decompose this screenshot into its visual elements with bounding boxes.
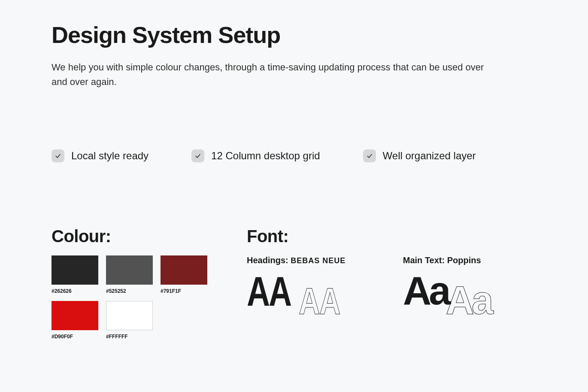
check-icon	[52, 149, 64, 162]
colour-swatch: #D90F0F	[52, 301, 98, 340]
colour-swatch: #FFFFFF	[106, 301, 153, 340]
swatch-box	[106, 301, 153, 330]
swatch-box	[52, 255, 98, 285]
colour-swatch: #262626	[52, 255, 98, 294]
font-headings-glyphs: AA AA	[247, 273, 352, 310]
swatch-box	[161, 255, 207, 285]
swatch-hex: #525252	[106, 288, 153, 294]
feature-item: Well organized layer	[363, 149, 476, 162]
colour-swatch: #525252	[106, 255, 153, 294]
feature-label: 12 Column desktop grid	[211, 150, 320, 162]
swatch-grid: #262626 #525252 #791F1F #D90F0F #FFFFFF	[52, 255, 208, 340]
check-icon	[363, 149, 376, 162]
colour-swatch: #791F1F	[161, 255, 207, 294]
font-heading: Font:	[247, 227, 536, 246]
feature-label: Local style ready	[71, 150, 149, 162]
font-main-line: Main Text: Poppins	[403, 255, 491, 265]
feature-item: 12 Column desktop grid	[191, 149, 320, 162]
font-headings-face: BEBAS NEUE	[291, 256, 346, 265]
glyph-solid: AA	[247, 273, 291, 310]
swatch-box	[52, 301, 98, 330]
glyph-outline: AA	[299, 284, 340, 318]
colour-section: Colour: #262626 #525252 #791F1F #D90F0F …	[52, 227, 208, 340]
page-subtitle: We help you with simple colour changes, …	[52, 60, 489, 89]
swatch-hex: #791F1F	[161, 288, 207, 294]
feature-item: Local style ready	[52, 149, 149, 162]
swatch-hex: #262626	[52, 288, 98, 294]
font-main-label: Main Text:	[403, 255, 445, 265]
feature-label: Well organized layer	[383, 150, 476, 162]
font-main-face: Poppins	[447, 255, 481, 265]
check-icon	[191, 149, 204, 162]
colour-heading: Colour:	[52, 227, 208, 246]
font-headings-sample: Headings: BEBAS NEUE AA AA	[247, 255, 352, 310]
page-title: Design System Setup	[52, 21, 536, 48]
glyph-outline: Aa	[446, 283, 491, 318]
font-main-glyphs: Aa Aa	[403, 273, 491, 309]
font-headings-label: Headings:	[247, 255, 288, 265]
glyph-solid: Aa	[403, 273, 449, 309]
swatch-hex: #D90F0F	[52, 334, 98, 340]
font-section: Font: Headings: BEBAS NEUE AA AA Main Te…	[247, 227, 536, 340]
swatch-hex: #FFFFFF	[106, 334, 153, 340]
font-main-sample: Main Text: Poppins Aa Aa	[403, 255, 491, 310]
font-headings-line: Headings: BEBAS NEUE	[247, 255, 352, 265]
feature-list: Local style ready 12 Column desktop grid…	[52, 149, 536, 162]
swatch-box	[106, 255, 153, 285]
